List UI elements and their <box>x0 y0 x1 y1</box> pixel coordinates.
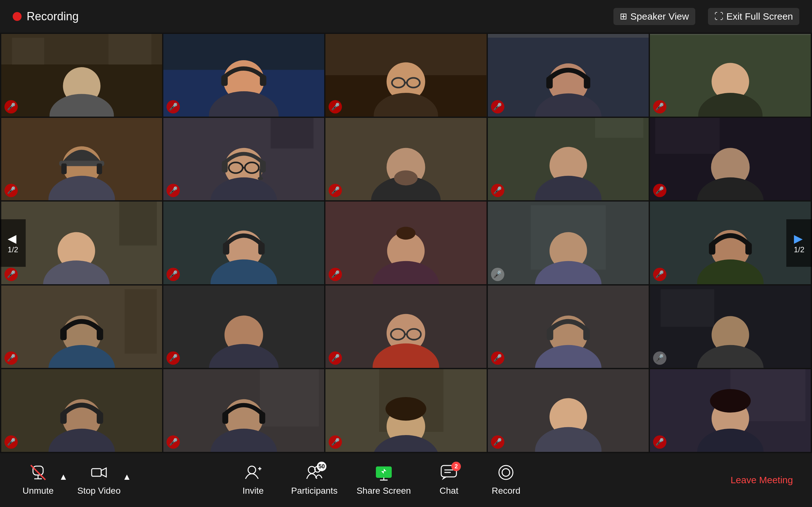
mute-icon-15: 🎤 <box>653 268 666 281</box>
svg-rect-51 <box>595 118 643 138</box>
stop-video-button[interactable]: Stop Video <box>78 464 121 496</box>
mute-icon-24: 🎤 <box>491 435 504 449</box>
svg-rect-34 <box>97 163 102 174</box>
video-cell-8: 🎤 <box>325 118 486 201</box>
share-screen-label: Share Screen <box>357 486 411 496</box>
stop-video-icon <box>91 464 107 483</box>
invite-icon <box>245 464 261 483</box>
svg-point-128 <box>710 389 751 412</box>
video-cell-12: 🎤 <box>163 202 324 284</box>
chat-label: Chat <box>440 486 458 496</box>
stop-video-label: Stop Video <box>78 486 121 496</box>
chat-button[interactable]: 2 Chat <box>430 464 468 496</box>
top-bar-right: ⊞ Speaker View ⛶ Exit Full Screen <box>613 8 799 25</box>
record-icon <box>498 464 514 483</box>
video-cell-14: 🎤 <box>488 202 649 284</box>
video-cell-19: 🎤 <box>488 285 649 368</box>
mute-icon-11: 🎤 <box>4 268 18 281</box>
svg-point-146 <box>499 465 513 480</box>
mute-icon-13: 🎤 <box>328 268 342 281</box>
right-page-indicator: 1/2 <box>794 245 804 254</box>
svg-rect-114 <box>222 412 229 424</box>
svg-rect-26 <box>650 34 811 35</box>
mute-icon-10: 🎤 <box>653 184 666 197</box>
next-page-button[interactable]: ▶ 1/2 <box>786 219 812 267</box>
share-screen-button[interactable]: Share Screen <box>357 464 411 496</box>
mute-icon-3: 🎤 <box>328 100 342 113</box>
video-cell-6: 🎤 <box>1 118 162 201</box>
svg-rect-133 <box>92 469 101 476</box>
unmute-label: Unmute <box>22 486 54 496</box>
stop-video-arrow-button[interactable]: ▲ <box>122 472 131 482</box>
stop-video-section: Stop Video ▲ <box>78 464 131 496</box>
video-cell-20: 🎤 <box>650 285 811 368</box>
video-cell-25: 🎤 <box>650 369 811 452</box>
exit-fullscreen-button[interactable]: ⛶ Exit Full Screen <box>708 8 799 25</box>
speaker-view-icon: ⊞ <box>620 11 627 21</box>
mute-icon-5: 🎤 <box>653 100 666 113</box>
bottom-center-buttons: Invite 50 Participants <box>234 464 525 496</box>
svg-rect-11 <box>260 75 266 86</box>
video-cell-4: 🎤 <box>488 34 649 117</box>
invite-label: Invite <box>242 486 264 496</box>
mute-icon-9: 🎤 <box>491 184 504 197</box>
recording-label: Recording <box>27 10 79 23</box>
svg-rect-59 <box>119 202 157 245</box>
svg-rect-81 <box>125 289 157 354</box>
mute-icon-19: 🎤 <box>491 351 504 365</box>
participants-button[interactable]: 50 Participants <box>291 464 338 496</box>
prev-page-button[interactable]: ◀ 1/2 <box>0 219 26 267</box>
video-cell-9: 🎤 <box>488 118 649 201</box>
mute-icon-4: 🎤 <box>491 100 504 113</box>
svg-rect-78 <box>709 243 715 255</box>
mute-icon-20: 🎤 <box>653 351 666 365</box>
video-cell-21: 🎤 <box>1 369 162 452</box>
video-cell-23: 🎤 <box>325 369 486 452</box>
invite-button[interactable]: Invite <box>234 464 272 496</box>
mute-icon-1: 🎤 <box>4 100 18 113</box>
unmute-arrow-button[interactable]: ▲ <box>59 472 68 482</box>
mute-icon-21: 🎤 <box>4 435 18 449</box>
video-cell-18: 🎤 <box>325 285 486 368</box>
unmute-icon <box>30 464 46 483</box>
svg-rect-33 <box>61 163 67 174</box>
video-grid: 🎤 🎤 🎤 <box>0 33 812 453</box>
mute-icon-22: 🎤 <box>166 435 180 449</box>
svg-rect-42 <box>222 161 228 172</box>
exit-fullscreen-label: Exit Full Screen <box>726 11 793 22</box>
video-cell-24: 🎤 <box>488 369 649 452</box>
svg-rect-115 <box>259 412 265 424</box>
record-button[interactable]: Record <box>487 464 525 496</box>
participants-icon: 50 <box>306 464 322 483</box>
left-page-indicator: 1/2 <box>8 245 18 254</box>
leave-meeting-button[interactable]: Leave Meeting <box>730 475 793 486</box>
unmute-button[interactable]: Unmute <box>19 464 57 496</box>
right-arrow-icon: ▶ <box>794 232 803 245</box>
svg-rect-85 <box>97 328 103 340</box>
svg-rect-108 <box>60 412 67 424</box>
speaker-view-button[interactable]: ⊞ Speaker View <box>613 8 695 25</box>
svg-rect-2 <box>12 38 44 65</box>
participants-count: 50 <box>317 462 326 471</box>
svg-point-120 <box>386 397 426 420</box>
svg-point-147 <box>502 469 510 476</box>
video-cell-2: 🎤 <box>163 34 324 117</box>
speaker-view-label: Speaker View <box>630 11 689 22</box>
video-cell-1: 🎤 <box>1 34 162 117</box>
record-label: Record <box>492 486 520 496</box>
svg-rect-66 <box>258 243 264 255</box>
video-cell-16: 🎤 <box>1 285 162 368</box>
svg-rect-79 <box>745 243 752 255</box>
bottom-bar: Unmute ▲ Stop Video ▲ <box>0 453 812 507</box>
mute-icon-2: 🎤 <box>166 100 180 113</box>
svg-point-49 <box>394 170 418 185</box>
svg-rect-36 <box>270 118 313 148</box>
video-cell-17: 🎤 <box>163 285 324 368</box>
video-cell-13: 🎤 <box>325 202 486 284</box>
mute-icon-14: 🎤 <box>491 268 504 281</box>
svg-rect-99 <box>583 328 590 340</box>
svg-rect-111 <box>260 369 319 427</box>
chat-icon: 2 <box>441 464 457 483</box>
svg-rect-24 <box>583 77 590 89</box>
participants-label: Participants <box>291 486 338 496</box>
